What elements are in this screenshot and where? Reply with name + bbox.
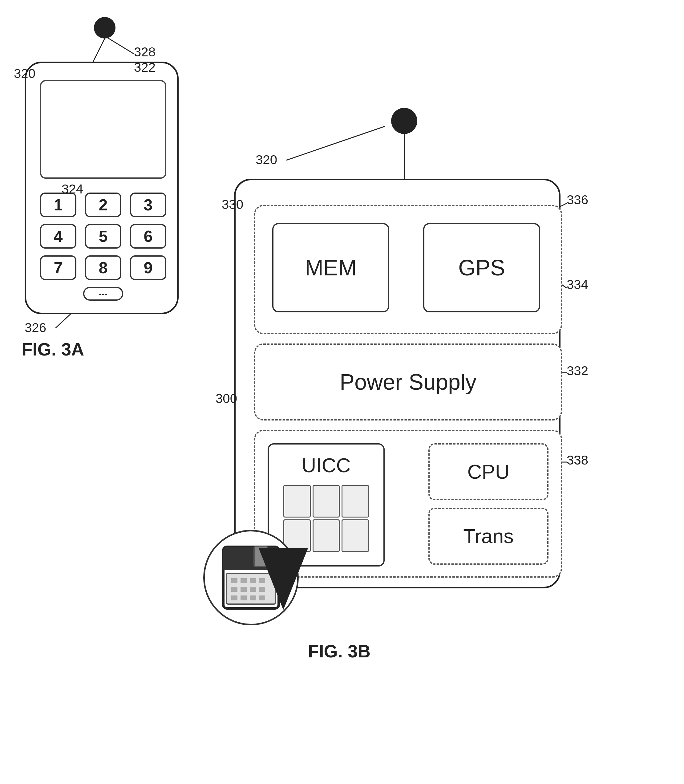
- label-320b: 320: [256, 152, 277, 167]
- label-330: 330: [222, 197, 243, 212]
- keypad-row-2: 4 5 6: [40, 224, 166, 249]
- power-supply-box: Power Supply: [254, 343, 562, 420]
- phone-keypad: 1 2 3 4 5 6 7 8 9 ---: [40, 192, 166, 301]
- fig-3a-caption: FIG. 3A: [21, 339, 84, 359]
- label-326: 326: [25, 320, 46, 335]
- svg-rect-21: [240, 578, 247, 583]
- svg-rect-22: [250, 578, 256, 583]
- uicc-label: UICC: [302, 445, 351, 477]
- sim-cell: [313, 519, 340, 552]
- sim-cell: [342, 485, 369, 517]
- sim-cell: [313, 485, 340, 517]
- device-body-3b: MEM GPS Power Supply UICC: [234, 179, 560, 588]
- mem-box: MEM: [272, 223, 389, 312]
- sim-cell: [283, 485, 311, 517]
- power-supply-label: Power Supply: [340, 369, 476, 394]
- label-338: 338: [567, 453, 588, 468]
- cpu-box: CPU: [428, 443, 548, 500]
- fig-3b-caption: FIG. 3B: [308, 641, 371, 661]
- label-324: 324: [61, 182, 83, 197]
- pointer-triangle: [259, 548, 308, 610]
- label-300: 300: [216, 391, 237, 406]
- antenna-ball-3b: [391, 108, 417, 134]
- key-6[interactable]: 6: [130, 224, 166, 249]
- svg-rect-30: [250, 595, 256, 600]
- phone-body-3a: 1 2 3 4 5 6 7 8 9 ---: [25, 61, 179, 314]
- svg-marker-32: [259, 548, 308, 610]
- svg-line-2: [106, 37, 134, 54]
- label-328: 328: [134, 45, 155, 60]
- svg-rect-25: [240, 587, 247, 592]
- svg-line-0: [92, 39, 105, 63]
- svg-rect-26: [250, 587, 256, 592]
- phone-screen: [40, 80, 166, 179]
- key-7[interactable]: 7: [40, 255, 76, 280]
- key-5[interactable]: 5: [85, 224, 121, 249]
- antenna-ball-3a: [94, 17, 116, 39]
- key-3[interactable]: 3: [130, 192, 166, 217]
- svg-rect-28: [231, 595, 237, 600]
- label-336: 336: [567, 192, 588, 207]
- svg-line-7: [286, 126, 385, 160]
- key-9[interactable]: 9: [130, 255, 166, 280]
- keypad-row-1: 1 2 3: [40, 192, 166, 217]
- key-8[interactable]: 8: [85, 255, 121, 280]
- label-322: 322: [134, 60, 155, 75]
- svg-rect-29: [240, 595, 247, 600]
- label-320a: 320: [14, 66, 35, 81]
- label-332: 332: [567, 364, 588, 378]
- key-2[interactable]: 2: [85, 192, 121, 217]
- diagram-container: 1 2 3 4 5 6 7 8 9 --- 320 328 322 324 32…: [0, 0, 684, 784]
- svg-rect-20: [231, 578, 237, 583]
- cpu-trans-column: CPU Trans: [428, 443, 548, 565]
- svg-rect-24: [231, 587, 237, 592]
- sim-chip-icon: [281, 483, 371, 554]
- gps-box: GPS: [423, 223, 540, 312]
- keypad-row-3: 7 8 9: [40, 255, 166, 280]
- label-334: 334: [567, 277, 588, 292]
- key-4[interactable]: 4: [40, 224, 76, 249]
- sim-cell: [342, 519, 369, 552]
- top-group: MEM GPS: [254, 205, 562, 334]
- trans-box: Trans: [428, 508, 548, 565]
- key-dash[interactable]: ---: [83, 287, 123, 301]
